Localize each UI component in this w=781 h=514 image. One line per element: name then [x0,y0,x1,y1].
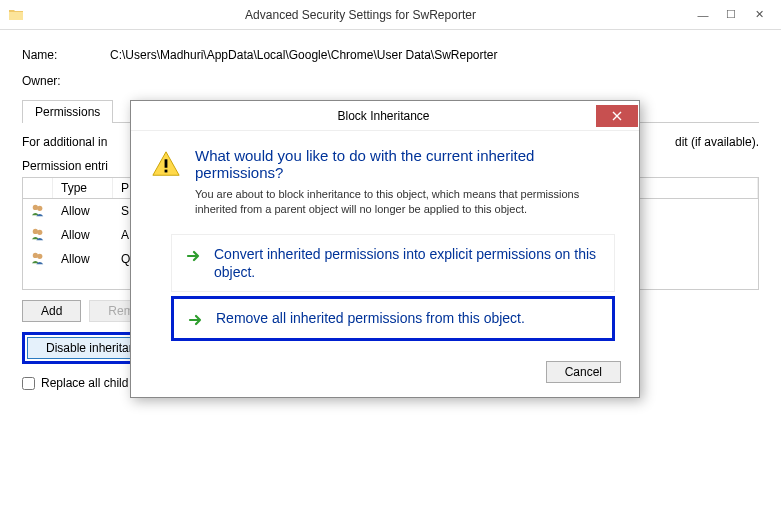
name-label: Name: [22,48,110,62]
titlebar: Advanced Security Settings for SwReporte… [0,0,781,30]
svg-point-1 [37,206,42,211]
add-button[interactable]: Add [22,300,81,322]
modal-title: Block Inheritance [131,109,596,123]
user-icon [31,227,45,243]
name-field: Name: C:\Users\Madhuri\AppData\Local\Goo… [22,48,759,62]
modal-description: You are about to block inheritance to th… [195,187,615,218]
close-button[interactable]: ✕ [745,5,773,25]
info-text-right: dit (if available). [675,135,759,149]
owner-field: Owner: [22,74,759,88]
svg-point-0 [33,205,38,210]
modal-body: What would you like to do with the curre… [131,131,639,361]
block-inheritance-dialog: Block Inheritance What would you like to… [130,100,640,398]
tab-permissions[interactable]: Permissions [22,100,113,123]
option-convert-text: Convert inherited permissions into expli… [214,245,600,281]
user-icon [31,251,45,267]
modal-close-button[interactable] [596,105,638,127]
cancel-button[interactable]: Cancel [546,361,621,383]
option-remove[interactable]: Remove all inherited permissions from th… [171,296,615,341]
row-type: Allow [53,225,113,245]
arrow-right-icon [186,248,202,264]
col-type[interactable]: Type [53,178,113,198]
window-title: Advanced Security Settings for SwReporte… [32,8,689,22]
replace-checkbox[interactable] [22,377,35,390]
svg-rect-6 [165,159,168,167]
owner-label: Owner: [22,74,110,88]
warning-icon [151,149,181,179]
option-remove-text: Remove all inherited permissions from th… [216,309,525,327]
maximize-button[interactable]: ☐ [717,5,745,25]
option-convert[interactable]: Convert inherited permissions into expli… [171,234,615,292]
window-controls: — ☐ ✕ [689,5,773,25]
user-icon [31,203,45,219]
folder-icon [8,7,24,23]
minimize-button[interactable]: — [689,5,717,25]
row-type: Allow [53,201,113,221]
svg-point-4 [33,253,38,258]
modal-question: What would you like to do with the curre… [195,147,615,181]
modal-footer: Cancel [131,361,639,397]
svg-point-5 [37,254,42,259]
svg-point-3 [37,230,42,235]
svg-rect-7 [165,170,168,173]
arrow-right-icon [188,312,204,328]
modal-titlebar: Block Inheritance [131,101,639,131]
info-text-left: For additional in [22,135,107,149]
name-value: C:\Users\Madhuri\AppData\Local\Google\Ch… [110,48,498,62]
row-type: Allow [53,249,113,269]
svg-point-2 [33,229,38,234]
